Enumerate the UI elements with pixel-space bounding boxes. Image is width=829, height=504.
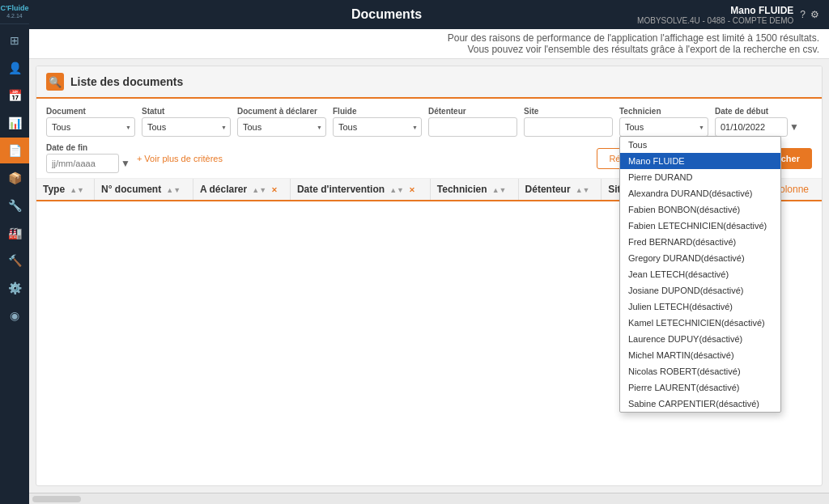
technicien-option-laurence[interactable]: Laurence DUPUY(désactivé) — [620, 331, 780, 347]
header-actions: ? ⚙ — [800, 9, 819, 20]
col-type[interactable]: Type ▲▼ — [36, 179, 95, 201]
filter-statut: Statut Tous — [142, 107, 231, 137]
col-detenteur[interactable]: Détenteur ▲▼ — [518, 179, 602, 201]
panel-title: Liste des documents — [70, 75, 183, 88]
help-icon[interactable]: ? — [800, 9, 806, 20]
filter-adeclarer-icon[interactable]: ✕ — [271, 186, 278, 194]
date-debut-label: Date de début — [715, 107, 799, 116]
horizontal-scrollbar[interactable] — [32, 496, 81, 502]
main-content: Documents Mano FLUIDE MOBYSOLVE.4U - 048… — [29, 0, 829, 504]
sort-icon-type: ▲▼ — [70, 186, 84, 194]
technicien-option-josiane[interactable]: Josiane DUPOND(désactivé) — [620, 282, 780, 299]
sort-icon-date: ▲▼ — [389, 186, 404, 194]
document-select[interactable]: Tous — [46, 117, 135, 137]
technicien-option-jean[interactable]: Jean LETECH(désactivé) — [620, 266, 780, 282]
date-fin-label: Date de fin — [46, 143, 130, 152]
technicien-select[interactable]: Tous — [619, 117, 708, 137]
technicien-option-kamel[interactable]: Kamel LETECHNICIEN(désactivé) — [620, 315, 780, 331]
document-label: Document — [46, 107, 135, 116]
technicien-label: Technicien — [619, 107, 708, 116]
doc-declarer-select[interactable]: Tous — [237, 117, 326, 137]
settings-icon[interactable]: ⚙ — [810, 9, 819, 20]
content-area: 🔍 Liste des documents Document Tous — [29, 59, 829, 493]
sidebar-item-chart[interactable]: 📊 — [0, 110, 29, 136]
sidebar-item-person[interactable]: 👤 — [0, 55, 29, 81]
col-adeclarer[interactable]: A déclarer ▲▼ ✕ — [193, 179, 290, 201]
filter-date-icon[interactable]: ✕ — [409, 186, 415, 194]
technicien-option-nicolas[interactable]: Nicolas ROBERT(désactivé) — [620, 363, 780, 379]
top-header: Documents Mano FLUIDE MOBYSOLVE.4U - 048… — [29, 0, 829, 29]
technicien-option-sabine[interactable]: Sabine CARPENTIER(désactivé) — [620, 396, 780, 412]
site-input[interactable] — [524, 117, 613, 137]
filters-area: Document Tous Statut Tous — [36, 99, 822, 179]
sidebar-item-wrench[interactable]: 🔧 — [0, 193, 29, 218]
filter-doc-declarer: Document à déclarer Tous — [237, 107, 326, 137]
app-logo: C'Fluide 4.2.14 — [0, 0, 29, 24]
sidebar: C'Fluide 4.2.14 ⊞ 👤 📅 📊 📄 📦 🔧 🏭 🔨 ⚙️ ◉ — [0, 0, 29, 504]
date-debut-input[interactable] — [715, 117, 788, 137]
technicien-dropdown[interactable]: Tous Mano FLUIDE Pierre DURAND Alexandra… — [619, 136, 781, 413]
site-label: Site — [524, 107, 613, 116]
page-title: Documents — [136, 7, 637, 22]
col-numero[interactable]: N° document ▲▼ — [95, 179, 193, 201]
doc-declarer-select-wrapper: Tous — [237, 117, 326, 137]
info-bar: Pour des raisons de performance de l'app… — [29, 29, 829, 59]
technicien-option-pierre-l[interactable]: Pierre LAURENT(désactivé) — [620, 379, 780, 396]
filter-technicien: Technicien Tous Tous Mano FLUIDE Pierre … — [619, 107, 708, 137]
filter-date-debut: Date de début ▼ — [715, 107, 799, 137]
statut-label: Statut — [142, 107, 231, 116]
sort-icon-adeclarer: ▲▼ — [252, 186, 266, 194]
technicien-option-fabien-l[interactable]: Fabien LETECHNICIEN(désactivé) — [620, 218, 780, 234]
bottom-scrollbar[interactable] — [29, 493, 829, 504]
detenteur-input[interactable] — [428, 117, 517, 137]
document-select-wrapper: Tous — [46, 117, 135, 137]
logo-version: 4.2.14 — [6, 13, 22, 19]
detenteur-label: Détenteur — [428, 107, 517, 116]
technicien-option-mano[interactable]: Mano FLUIDE — [620, 153, 780, 169]
fluide-select[interactable]: Tous — [333, 117, 422, 137]
filter-site: Site — [524, 107, 613, 137]
date-fin-calendar-icon[interactable]: ▼ — [121, 158, 130, 169]
filter-detenteur: Détenteur — [428, 107, 517, 137]
sidebar-item-factory[interactable]: 🏭 — [0, 220, 29, 246]
col-technicien[interactable]: Technicien ▲▼ — [430, 179, 518, 201]
technicien-option-gregory[interactable]: Gregory DURAND(désactivé) — [620, 250, 780, 266]
fluide-label: Fluide — [333, 107, 422, 116]
technicien-option-fred[interactable]: Fred BERNARD(désactivé) — [620, 234, 780, 250]
sidebar-item-gear[interactable]: ⚙️ — [0, 275, 29, 301]
technicien-option-julien[interactable]: Julien LETECH(désactivé) — [620, 299, 780, 315]
technicien-option-michel[interactable]: Michel MARTIN(désactivé) — [620, 347, 780, 363]
filter-document: Document Tous — [46, 107, 135, 137]
statut-select-wrapper: Tous — [142, 117, 231, 137]
sidebar-nav: ⊞ 👤 📅 📊 📄 📦 🔧 🏭 🔨 ⚙️ ◉ — [0, 24, 29, 328]
col-date-intervention[interactable]: Date d'intervention ▲▼ ✕ — [290, 179, 430, 201]
sidebar-item-circle[interactable]: ◉ — [0, 303, 29, 328]
filter-date-fin: Date de fin ▼ — [46, 143, 130, 173]
user-info: Mano FLUIDE MOBYSOLVE.4U - 0488 - COMPTE… — [637, 5, 819, 25]
sidebar-item-document[interactable]: 📄 — [0, 138, 29, 163]
date-fin-input[interactable] — [46, 154, 119, 173]
sidebar-item-calendar[interactable]: 📅 — [0, 83, 29, 108]
technicien-option-fabien-b[interactable]: Fabien BONBON(désactivé) — [620, 201, 780, 218]
more-criteria-link[interactable]: + Voir plus de critères — [137, 154, 223, 163]
technicien-option-tous[interactable]: Tous — [620, 137, 780, 153]
sort-icon-detenteur: ▲▼ — [576, 186, 590, 194]
sort-icon-numero: ▲▼ — [166, 186, 181, 194]
info-line2: Vous pouvez voir l'ensemble des résultat… — [39, 44, 819, 55]
sidebar-item-tool[interactable]: 🔨 — [0, 248, 29, 273]
fluide-select-wrapper: Tous — [333, 117, 422, 137]
user-account: MOBYSOLVE.4U - 0488 - COMPTE DEMO — [637, 16, 793, 25]
technicien-option-alexandra[interactable]: Alexandra DURAND(désactivé) — [620, 185, 780, 201]
sidebar-item-grid[interactable]: ⊞ — [0, 28, 29, 53]
doc-declarer-label: Document à déclarer — [237, 107, 326, 116]
sidebar-item-box[interactable]: 📦 — [0, 165, 29, 191]
date-debut-calendar-icon[interactable]: ▼ — [789, 121, 799, 133]
sort-icon-tech: ▲▼ — [492, 186, 507, 194]
filter-fluide: Fluide Tous — [333, 107, 422, 137]
technicien-option-pierre[interactable]: Pierre DURAND — [620, 169, 780, 185]
user-name: Mano FLUIDE — [637, 5, 793, 16]
search-icon: 🔍 — [46, 73, 64, 91]
panel-header: 🔍 Liste des documents — [36, 66, 822, 99]
statut-select[interactable]: Tous — [142, 117, 231, 137]
logo-name: C'Fluide — [0, 5, 28, 13]
